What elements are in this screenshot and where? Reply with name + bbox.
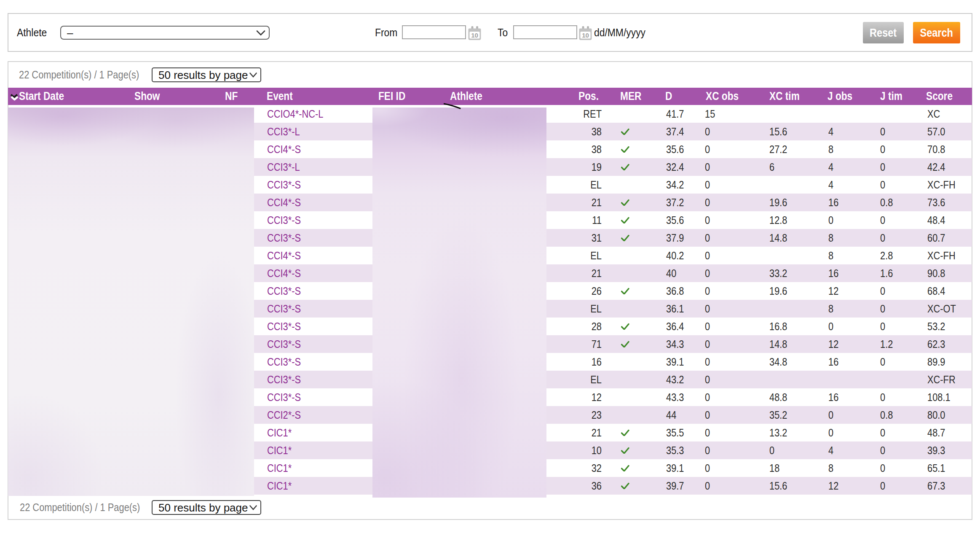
svg-text:10: 10 (582, 32, 589, 39)
svg-text:10: 10 (471, 32, 478, 39)
